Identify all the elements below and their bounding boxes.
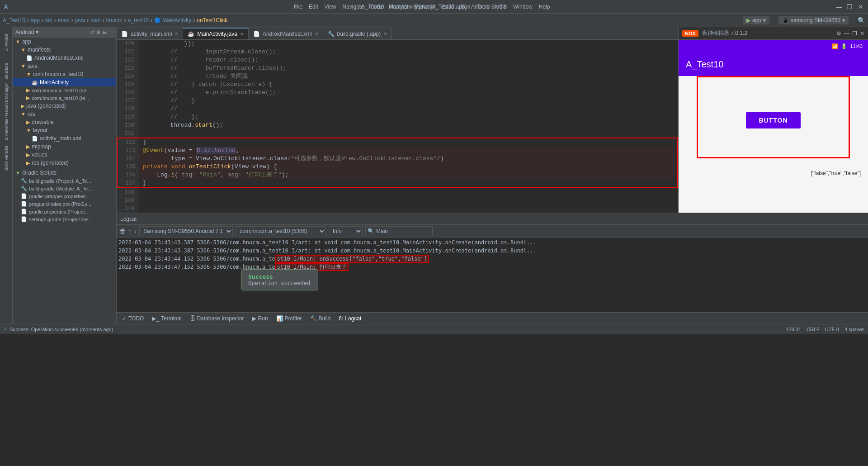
tab-close-manifest[interactable]: ✕ xyxy=(315,31,318,36)
breadcrumb-com[interactable]: com xyxy=(90,17,101,24)
tree-item[interactable]: ▼res xyxy=(13,110,116,118)
tab-androidmanifest-xml[interactable]: 📄 AndroidManifest.xml ✕ xyxy=(249,28,323,39)
device-label: samsung SM-G9550 xyxy=(791,17,840,24)
menu-window[interactable]: Window xyxy=(513,4,533,10)
clear-logcat-button[interactable]: 🗑 xyxy=(119,228,126,235)
collapse-icon[interactable]: ⊟ xyxy=(103,29,107,35)
breadcrumb-main[interactable]: main xyxy=(58,17,70,24)
code-line-133: 133 @Event(value = R.id.button, xyxy=(117,147,678,155)
maximize-button[interactable]: ❐ xyxy=(846,3,854,10)
encoding[interactable]: UTF-8 xyxy=(825,327,839,332)
breadcrumb-app[interactable]: app xyxy=(31,17,40,24)
emulator-close-button[interactable]: ✕ xyxy=(860,30,864,37)
tab-close-java[interactable]: ✕ xyxy=(240,32,244,37)
line-ending[interactable]: CRLF xyxy=(807,327,820,332)
breadcrumb-java[interactable]: java xyxy=(75,17,85,24)
tree-item[interactable]: 🔧build.gradle (Module: A_Te... xyxy=(13,185,116,192)
tree-item[interactable]: 📄settings.gradle (Project Set... xyxy=(13,215,116,223)
tree-item[interactable]: ▼layout xyxy=(13,126,116,134)
package-selector-logcat[interactable]: com.hnucm.a_test10 (5306) xyxy=(236,226,326,236)
breadcrumb-hnucm[interactable]: hnucm xyxy=(106,17,123,24)
emulator-minimize-button[interactable]: — xyxy=(844,30,849,37)
emulator-settings-icon[interactable]: ⚙ xyxy=(836,30,841,37)
close-button[interactable]: ✕ xyxy=(857,3,864,10)
breadcrumb-src[interactable]: src xyxy=(45,17,52,24)
nox-logo: NOX xyxy=(682,30,698,37)
tree-item[interactable]: 📄gradle-wrapper.properties... xyxy=(13,192,116,200)
tree-item[interactable]: 📄activity_main.xml xyxy=(13,134,116,143)
tree-item[interactable]: ▶com.hnucm.a_test10 (an... xyxy=(13,86,116,94)
logcat-title: Logcat xyxy=(120,216,137,222)
database-icon: 🗄 xyxy=(190,315,195,322)
tree-item[interactable]: 📄gradle.properties (Project... xyxy=(13,208,116,215)
btab-run[interactable]: ▶ Run xyxy=(249,314,272,323)
tree-item[interactable]: ▶res (generated) xyxy=(13,159,116,167)
tab-build-gradle[interactable]: 🔧 build.gradle (:app) ✕ xyxy=(323,28,392,39)
tree-item[interactable]: 📄proguard-rules.pro (ProGu... xyxy=(13,200,116,208)
side-icons-strip: 1: Project Structure Resource Manager 2:… xyxy=(0,27,13,324)
tree-item[interactable]: ▼Gradle Scripts xyxy=(13,169,116,177)
tree-item[interactable]: ▶java (generated) xyxy=(13,102,116,110)
indent-size[interactable]: 4 spaces xyxy=(844,327,864,332)
tree-item[interactable]: ▼com.hnucm.a_test10 xyxy=(13,70,116,78)
side-icon-resource[interactable]: Resource Manager xyxy=(1,87,12,114)
scroll-up-button[interactable]: ↑ xyxy=(128,228,131,234)
logcat-search-box: 🔍 xyxy=(365,226,433,236)
btab-logcat[interactable]: 6: Logcat xyxy=(335,314,365,323)
tab-mainactivity-java[interactable]: ☕ MainActivity.java ✕ xyxy=(183,28,248,39)
breadcrumb-method[interactable]: onTest1Click xyxy=(197,17,227,24)
code-editor[interactable]: 120 }); 121 // inputStream.close(); 122 xyxy=(117,40,678,213)
menu-view[interactable]: View xyxy=(325,4,336,10)
level-selector-logcat[interactable]: Info Verbose Debug Warn Error xyxy=(329,226,363,236)
side-icon-favorites[interactable]: 2: Favorites xyxy=(1,116,12,143)
tab-close-gradle[interactable]: ✕ xyxy=(383,31,387,36)
emulator-button[interactable]: BUTTON xyxy=(746,112,800,128)
breadcrumb-project[interactable]: A_Test10 xyxy=(3,17,25,24)
tree-item-mainactivity[interactable]: ☕MainActivity xyxy=(13,78,116,86)
menu-edit[interactable]: Edit xyxy=(309,4,318,10)
btab-profiler[interactable]: 📊 Profiler xyxy=(273,314,306,323)
tree-item[interactable]: ▶drawable xyxy=(13,118,116,126)
tab-label: activity_main.xml xyxy=(131,31,172,37)
btab-database-inspector[interactable]: 🗄 Database Inspector xyxy=(186,314,248,323)
sync-icon[interactable]: ⟳ xyxy=(90,29,94,35)
tree-item[interactable]: 📄AndroidManifest.xml xyxy=(13,54,116,62)
tree-item[interactable]: ▶mipmap xyxy=(13,143,116,151)
side-icon-buildvariants[interactable]: Build Variants xyxy=(1,145,12,172)
tree-item[interactable]: ▶com.hnucm.a_test10 (te... xyxy=(13,94,116,102)
menu-help[interactable]: Help xyxy=(539,4,550,10)
search-everywhere-icon[interactable]: 🔍 xyxy=(858,17,865,24)
minimize-button[interactable]: — xyxy=(835,3,843,10)
logcat-search-input[interactable] xyxy=(376,228,430,234)
btab-build[interactable]: 🔨 Build xyxy=(307,314,335,323)
device-selector-logcat[interactable]: Samsung SM-G9550 Android 7.1 xyxy=(139,226,233,236)
gear-icon[interactable]: ⚙ xyxy=(96,29,101,35)
more-icon[interactable]: ⋮ xyxy=(108,29,113,35)
emulator-appbar-title: A_Test10 xyxy=(686,59,723,70)
search-icon: 🔍 xyxy=(368,228,374,234)
cursor-position[interactable]: 136:31 xyxy=(786,327,801,332)
tree-item[interactable]: 🔧build.gradle (Project: A_Te... xyxy=(13,177,116,185)
run-config-selector[interactable]: ▶ app ▾ xyxy=(743,16,769,24)
btab-todo[interactable]: ✓ TODO xyxy=(118,314,147,323)
scroll-down-button[interactable]: ↓ xyxy=(134,228,137,234)
tree-item[interactable]: ▼manifests xyxy=(13,46,116,54)
menu-navigate[interactable]: Navigate xyxy=(343,4,364,10)
tree-item[interactable]: ▼java xyxy=(13,62,116,70)
statusbar-right: 136:31 CRLF UTF-8 4 spaces xyxy=(786,327,864,332)
breadcrumb-atest10[interactable]: a_test10 xyxy=(128,17,149,24)
tree-item[interactable]: ▼app xyxy=(13,38,116,46)
logcat-content[interactable]: 2022-03-04 23:43:43.387 5306-5306/com.hn… xyxy=(117,238,868,312)
tree-item[interactable]: ▶values xyxy=(13,151,116,159)
breadcrumb-mainactivity[interactable]: 🔵 MainActivity xyxy=(154,17,191,24)
tab-activity-main-xml[interactable]: 📄 activity_main.xml ✕ xyxy=(117,28,183,39)
device-selector[interactable]: 📱 samsung SM-G9550 ▾ xyxy=(778,16,849,24)
btab-terminal[interactable]: ▶_ Terminal xyxy=(148,314,185,323)
emulator-maximize-button[interactable]: ❐ xyxy=(852,30,857,37)
side-icon-structure[interactable]: Structure xyxy=(1,58,12,85)
tab-close-xml[interactable]: ✕ xyxy=(175,31,178,36)
menu-file[interactable]: File xyxy=(294,4,302,10)
sidebar-title: Android ▾ xyxy=(15,29,38,35)
titlebar-left: A xyxy=(4,3,8,10)
side-icon-project[interactable]: 1: Project xyxy=(1,29,12,56)
